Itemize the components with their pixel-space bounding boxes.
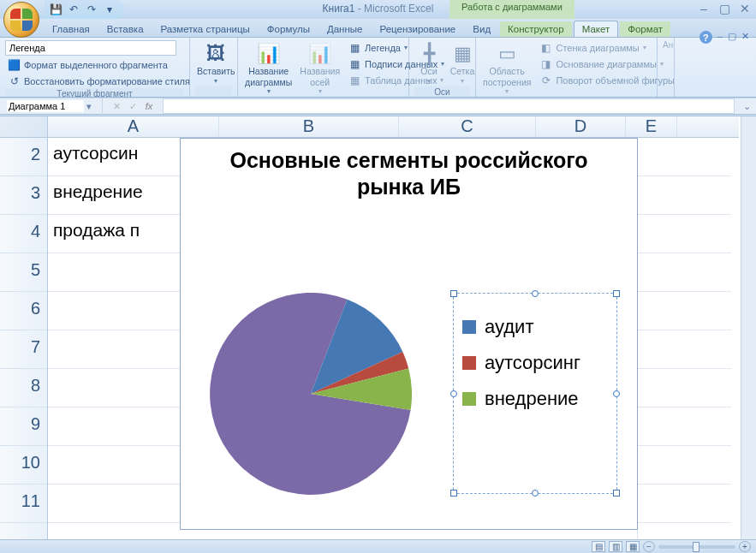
view-normal-icon[interactable]: ▤ (592, 541, 605, 552)
row-header[interactable]: 4 (0, 215, 47, 253)
insert-button[interactable]: 🖼Вставить (195, 40, 237, 86)
chart-title-text[interactable]: Основные сегменты российского рынка ИБ (181, 139, 637, 206)
zoom-slider[interactable] (658, 545, 735, 549)
reset-style-button[interactable]: ↺Восстановить форматирование стиля (5, 74, 193, 88)
legend-swatch-icon (462, 392, 476, 406)
axes-icon: ╋ (416, 42, 442, 66)
embedded-chart[interactable]: Основные сегменты российского рынка ИБ (180, 138, 638, 530)
chart-title-button[interactable]: 📊Название диаграммы (243, 40, 294, 98)
col-header-e[interactable]: E (626, 116, 677, 137)
col-header-d[interactable]: D (536, 116, 626, 137)
office-button[interactable] (3, 2, 39, 38)
window-title: Книга1 - Microsoft Excel (323, 3, 434, 15)
undo-icon[interactable]: ↶ (68, 3, 80, 15)
chart-title-icon: 📊 (256, 42, 282, 66)
tab-page-layout[interactable]: Разметка страницы (153, 21, 258, 37)
cells-grid[interactable]: аутсорсин внедрение продажа п Основные с… (48, 138, 739, 539)
format-selection-icon: 🟦 (8, 58, 21, 71)
plot-area-button[interactable]: ▭Область построения (481, 40, 533, 98)
zoom-out-button[interactable]: − (643, 541, 655, 552)
mdi-restore-icon[interactable]: ▢ (728, 31, 736, 44)
legend-item[interactable]: внедрение (462, 388, 608, 410)
doc-title: Книга1 (323, 3, 355, 15)
legend-label: аутсорсинг (485, 352, 580, 374)
legend-swatch-icon (462, 320, 476, 334)
status-bar: ▤ ▥ ▦ − + (0, 539, 756, 553)
plot-area-icon: ▭ (494, 42, 520, 66)
help-controls: ? – ▢ ✕ (699, 31, 749, 44)
view-page-break-icon[interactable]: ▦ (626, 541, 640, 552)
select-all-corner[interactable] (0, 116, 48, 137)
group-current-selection: Текущий фрагмент (5, 88, 184, 98)
save-icon[interactable]: 💾 (50, 3, 62, 15)
chart-legend[interactable]: аудит аутсорсинг внедрение (453, 293, 617, 494)
chart-element-selector[interactable] (5, 40, 176, 56)
rotation-button[interactable]: ⟳Поворот объемной фигуры (537, 73, 677, 87)
worksheet: A B C D E 2 3 4 5 6 7 8 9 10 11 аутсорси… (0, 116, 756, 539)
tab-review[interactable]: Рецензирование (372, 21, 463, 37)
tab-view[interactable]: Вид (465, 21, 498, 37)
ribbon: 🟦Формат выделенного фрагмента ↺Восстанов… (0, 38, 756, 98)
tab-insert[interactable]: Вставка (99, 21, 152, 37)
close-icon[interactable]: ✕ (736, 2, 753, 15)
legend-item[interactable]: аудит (462, 316, 608, 338)
floor-icon: ◨ (539, 57, 552, 70)
row-header[interactable]: 2 (0, 138, 47, 176)
pie-svg (210, 293, 412, 495)
legend-label: внедрение (485, 388, 579, 410)
app-name: Microsoft Excel (364, 3, 433, 15)
fx-icon[interactable]: fx (142, 101, 156, 112)
cancel-formula-icon[interactable]: ✕ (110, 101, 123, 112)
wall-icon: ◧ (539, 41, 552, 54)
pie-chart[interactable] (210, 293, 412, 495)
row-header[interactable]: 5 (0, 253, 47, 292)
axes-button[interactable]: ╋Оси (414, 40, 443, 86)
rotation-icon: ⟳ (539, 74, 552, 86)
column-headers: A B C D E (0, 116, 739, 138)
tab-layout[interactable]: Макет (574, 21, 619, 37)
help-icon[interactable]: ? (699, 31, 712, 44)
axis-titles-button[interactable]: 📊Названия осей (298, 40, 342, 98)
tab-formulas[interactable]: Формулы (259, 21, 318, 37)
row-headers: 2 3 4 5 6 7 8 9 10 11 (0, 138, 48, 539)
redo-icon[interactable]: ↷ (86, 3, 98, 15)
row-header[interactable]: 8 (0, 369, 47, 407)
qat-dropdown-icon[interactable]: ▾ (104, 3, 116, 15)
mdi-minimize-icon[interactable]: – (717, 31, 723, 44)
chart-floor-button[interactable]: ◨Основание диаграммы (537, 56, 677, 71)
chart-tools-label: Работа с диаграммами (449, 0, 574, 19)
title-bar: 💾 ↶ ↷ ▾ Книга1 - Microsoft Excel Работа … (0, 0, 756, 19)
row-header[interactable]: 11 (0, 485, 47, 523)
mdi-close-icon[interactable]: ✕ (741, 31, 749, 44)
picture-icon: 🖼 (203, 42, 229, 66)
zoom-in-button[interactable]: + (739, 541, 751, 552)
tab-design[interactable]: Конструктор (500, 21, 572, 37)
tab-data[interactable]: Данные (319, 21, 371, 37)
gridlines-button[interactable]: ▦Сетка (448, 40, 477, 86)
analysis-group: Ан (663, 40, 669, 96)
minimize-icon[interactable]: – (695, 2, 712, 15)
row-header[interactable]: 3 (0, 176, 47, 215)
tab-home[interactable]: Главная (45, 21, 98, 37)
vertical-scrollbar[interactable] (741, 116, 756, 539)
formula-input[interactable] (163, 98, 735, 114)
row-header[interactable]: 6 (0, 292, 47, 330)
row-header[interactable]: 7 (0, 330, 47, 369)
row-header[interactable]: 9 (0, 407, 47, 446)
formula-bar-expand-icon[interactable]: ⌄ (738, 101, 756, 112)
format-selection-button[interactable]: 🟦Формат выделенного фрагмента (5, 57, 170, 72)
name-box-dropdown-icon[interactable]: ▾ (84, 101, 94, 112)
col-header-c[interactable]: C (399, 116, 536, 137)
accept-formula-icon[interactable]: ✓ (126, 101, 140, 112)
col-header-a[interactable]: A (48, 116, 219, 137)
chart-wall-button[interactable]: ◧Стенка диаграммы (537, 40, 677, 55)
data-table-icon: ▦ (348, 74, 361, 86)
tab-format[interactable]: Формат (620, 21, 670, 37)
name-box[interactable] (7, 100, 84, 112)
formula-buttons: ✕ ✓ fx (106, 101, 159, 112)
legend-item[interactable]: аутсорсинг (462, 352, 608, 374)
col-header-b[interactable]: B (219, 116, 399, 137)
maximize-icon[interactable]: ▢ (716, 2, 733, 15)
row-header[interactable]: 10 (0, 446, 47, 485)
view-page-layout-icon[interactable]: ▥ (609, 541, 622, 552)
